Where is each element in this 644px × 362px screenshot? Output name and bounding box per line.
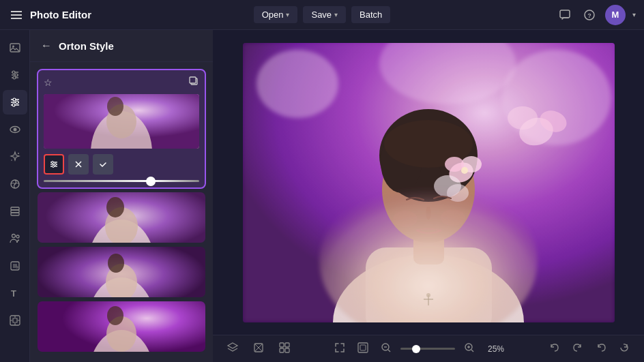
filter-panel: ← Orton Style ☆ [30,30,213,362]
svg-point-56 [107,306,123,325]
save-button[interactable]: Save ▾ [303,6,346,23]
active-filter-preview [44,94,199,149]
help-button[interactable]: ? [581,6,598,24]
sidebar-item-people[interactable] [3,226,27,251]
avatar[interactable]: M [605,5,626,25]
svg-rect-90 [280,348,284,352]
svg-point-4 [12,46,14,48]
filter-controls [44,154,199,175]
header-center: Open ▾ Save ▾ Batch [254,6,391,23]
filter-thumb-3 [38,247,205,298]
batch-button[interactable]: Batch [351,6,390,23]
svg-point-8 [12,71,15,74]
svg-point-16 [12,104,15,106]
svg-rect-24 [11,213,19,215]
active-filter-card[interactable]: ☆ [37,69,206,189]
adjust-button[interactable] [44,154,64,175]
svg-rect-81 [243,43,615,322]
layers-tool-icon[interactable] [224,339,241,359]
sidebar-item-eye[interactable] [3,117,27,142]
bottom-toolbar: 25% [213,335,644,362]
main-area: T ← Orton Style ☆ [0,30,644,362]
canvas-area: 25% [213,30,644,362]
save-chevron: ▾ [334,11,338,18]
avatar-chevron[interactable]: ▾ [632,11,636,18]
sidebar-item-adjustments[interactable] [3,63,27,87]
filter-card-4[interactable]: Orton Style 4 [37,301,206,352]
svg-text:?: ? [587,12,591,19]
svg-rect-92 [358,343,368,352]
filter-intensity-slider[interactable] [44,180,199,182]
panel-back-button[interactable]: ← [40,38,53,53]
svg-point-19 [18,153,19,154]
menu-button[interactable] [8,8,25,22]
header-left: Photo Editor [8,8,254,22]
open-button[interactable]: Open ▾ [254,6,298,23]
panel-content: ☆ [30,62,213,362]
svg-point-40 [52,162,54,164]
sidebar-item-text[interactable]: T [3,281,27,305]
svg-point-15 [16,101,18,104]
svg-point-52 [108,254,124,273]
sidebar-item-layers[interactable] [3,199,27,224]
redo-icon[interactable] [592,339,610,359]
svg-point-42 [53,166,55,168]
svg-point-20 [11,160,12,161]
bottom-toolbar-center: 25% [331,339,508,359]
open-chevron: ▾ [286,11,289,18]
filter-slider-row [44,180,199,182]
svg-rect-32 [190,77,196,83]
zoom-slider[interactable] [400,348,455,350]
svg-point-41 [55,164,57,166]
svg-point-14 [13,98,16,101]
confirm-button[interactable] [93,154,113,175]
bottom-toolbar-right [546,339,633,359]
sidebar-item-effects[interactable] [3,172,27,196]
svg-point-9 [15,74,18,76]
expand-icon[interactable] [354,339,372,359]
filter-card-3[interactable]: Orton Style 3 [37,246,206,298]
zoom-in-icon[interactable] [460,339,478,359]
header-right: ? M ▾ [390,5,636,25]
sidebar-item-sliders[interactable] [3,90,27,115]
svg-point-26 [16,235,19,238]
svg-rect-88 [280,343,284,347]
svg-rect-0 [560,10,570,18]
redo2-icon[interactable] [615,339,633,359]
header: Photo Editor Open ▾ Save ▾ Batch ? M [0,0,644,30]
zoom-percent: 25% [484,344,508,354]
svg-point-18 [13,128,16,132]
canvas-main [213,30,644,335]
svg-point-36 [107,97,123,116]
sidebar-item-image[interactable] [3,35,27,60]
zoom-out-icon[interactable] [377,339,395,359]
svg-point-10 [13,76,16,79]
sidebar-item-magic[interactable] [3,145,27,169]
svg-point-28 [16,266,18,269]
svg-line-100 [471,350,473,352]
copy-icon[interactable] [188,76,199,89]
grid-tool-icon[interactable] [276,339,293,359]
sidebar: T [0,30,30,362]
panel-title: Orton Style [59,40,114,52]
filter-card-2[interactable]: Orton Style 2 [37,192,206,243]
star-icon[interactable]: ☆ [44,77,53,88]
svg-rect-91 [285,348,289,352]
photo-canvas[interactable] [243,43,615,322]
cancel-button[interactable] [68,154,89,175]
svg-point-48 [106,197,124,217]
active-card-top: ☆ [44,76,199,89]
undo-icon[interactable] [569,339,587,359]
bottom-toolbar-left [224,339,293,359]
fit-icon[interactable] [331,339,349,359]
svg-point-84 [426,293,430,297]
svg-line-96 [388,350,390,352]
sidebar-item-export[interactable] [3,308,27,333]
sidebar-item-scan[interactable] [3,254,27,278]
chat-button[interactable] [556,6,574,24]
undo2-icon[interactable] [546,339,564,359]
stamp-tool-icon[interactable] [250,339,267,359]
hamburger-icon [11,11,22,19]
svg-rect-89 [285,343,289,347]
panel-header: ← Orton Style [30,30,213,62]
